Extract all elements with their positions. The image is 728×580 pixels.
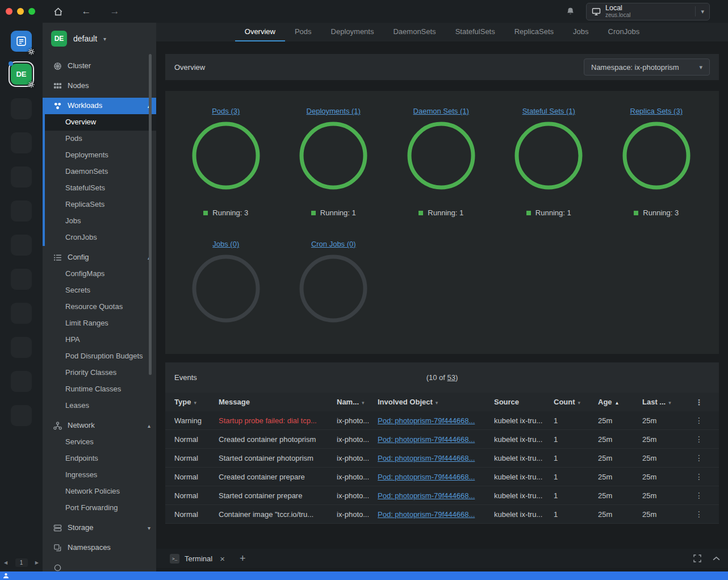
sidebar-scrollbar[interactable] — [149, 54, 152, 375]
minimize-window-button[interactable] — [17, 8, 24, 15]
event-involved-object-link[interactable]: Pod: photoprism-79f444668... — [378, 510, 494, 519]
sidebar-subitem-pods[interactable]: Pods — [45, 131, 156, 147]
user-button[interactable] — [3, 573, 9, 579]
catalog-button[interactable] — [11, 31, 32, 52]
sidebar-subitem-overview[interactable]: Overview — [45, 114, 156, 131]
sidebar-item-network[interactable]: Network▴ — [43, 418, 156, 434]
sidebar-subitem-daemonsets[interactable]: DaemonSets — [45, 164, 156, 180]
event-row[interactable]: Normal Started container photoprism ix-p… — [165, 449, 719, 468]
sidebar-item-storage[interactable]: Storage▾ — [43, 520, 156, 536]
column-header-age[interactable]: Age▲ — [598, 398, 642, 406]
column-header-last[interactable]: Last ...▾ — [642, 398, 696, 406]
table-menu-button[interactable]: ⋮ — [695, 398, 719, 407]
close-terminal-tab-button[interactable]: × — [220, 554, 225, 563]
event-involved-object-link[interactable]: Pod: photoprism-79f444668... — [378, 491, 494, 500]
page-next-button[interactable]: ▶ — [35, 560, 39, 565]
sidebar-subitem-deployments[interactable]: Deployments — [45, 147, 156, 164]
sidebar-subitem-secrets[interactable]: Secrets — [43, 282, 156, 299]
back-button[interactable]: ← — [81, 6, 92, 17]
notifications-button[interactable] — [566, 7, 575, 16]
sidebar-subitem-statefulsets[interactable]: StatefulSets — [45, 180, 156, 197]
sidebar-subitem-priority-classes[interactable]: Priority Classes — [43, 365, 156, 381]
sidebar-item-workloads[interactable]: Workloads▴ — [45, 98, 156, 114]
tab-deployments[interactable]: Deployments — [321, 23, 384, 41]
tab-pods[interactable]: Pods — [285, 23, 321, 41]
new-terminal-button[interactable]: + — [240, 553, 246, 564]
event-row[interactable]: Normal Started container prepare ix-phot… — [165, 486, 719, 505]
chart-title-link[interactable]: Stateful Sets (1) — [522, 107, 575, 115]
cluster-slot-placeholder — [11, 132, 32, 153]
tab-cronjobs[interactable]: CronJobs — [599, 23, 650, 41]
sidebar-item-nodes[interactable]: Nodes — [43, 78, 156, 94]
row-menu-button[interactable]: ⋮ — [695, 435, 719, 444]
context-badge: DE — [51, 31, 67, 47]
event-row[interactable]: Normal Created container prepare ix-phot… — [165, 468, 719, 486]
row-menu-button[interactable]: ⋮ — [695, 416, 719, 425]
sidebar-subitem-leases[interactable]: Leases — [43, 398, 156, 414]
column-header-count[interactable]: Count▾ — [554, 398, 598, 406]
tab-jobs[interactable]: Jobs — [563, 23, 598, 41]
sidebar-subitem-network-policies[interactable]: Network Policies — [43, 483, 156, 500]
chart-title-link[interactable]: Pods (3) — [212, 107, 240, 115]
forward-button[interactable]: → — [109, 6, 120, 17]
sidebar-subitem-hpa[interactable]: HPA — [43, 332, 156, 348]
sidebar-subitem-ingresses[interactable]: Ingresses — [43, 467, 156, 483]
zoom-window-button[interactable] — [28, 8, 35, 15]
page-prev-button[interactable]: ◀ — [4, 560, 7, 565]
event-involved-object-link[interactable]: Pod: photoprism-79f444668... — [378, 435, 494, 444]
tab-statefulsets[interactable]: StatefulSets — [446, 23, 505, 41]
terminal-tab[interactable]: >_ Terminal × — [170, 554, 225, 564]
chart-title-link[interactable]: Deployments (1) — [307, 107, 361, 115]
tab-overview[interactable]: Overview — [235, 23, 285, 41]
column-header-involved-object[interactable]: Involved Object▾ — [378, 398, 494, 406]
sidebar-subitem-endpoints[interactable]: Endpoints — [43, 450, 156, 467]
sidebar-subitem-cronjobs[interactable]: CronJobs — [45, 230, 156, 246]
chart-title-link[interactable]: Replica Sets (3) — [630, 107, 683, 115]
cluster-slot-placeholder — [11, 235, 32, 256]
sidebar-subitem-runtime-classes[interactable]: Runtime Classes — [43, 381, 156, 398]
column-header-nam[interactable]: Nam...▾ — [337, 398, 378, 406]
sidebar-item-more[interactable] — [43, 560, 156, 571]
active-cluster-tile[interactable]: DE — [11, 64, 32, 85]
sidebar-item-namespaces[interactable]: Namespaces — [43, 540, 156, 556]
events-count-link[interactable]: 53 — [447, 373, 455, 382]
gear-icon[interactable] — [28, 48, 35, 55]
namespace-selector[interactable]: Namespace: ix-photoprism ▾ — [584, 59, 710, 76]
sidebar-subitem-port-forwarding[interactable]: Port Forwarding — [43, 500, 156, 516]
sidebar-subitem-limit-ranges[interactable]: Limit Ranges — [43, 315, 156, 332]
sidebar-subitem-services[interactable]: Services — [43, 434, 156, 450]
event-namespace: ix-photo... — [337, 454, 378, 462]
sidebar-header[interactable]: DE default ▾ — [43, 23, 156, 55]
row-menu-button[interactable]: ⋮ — [695, 472, 719, 481]
event-involved-object-link[interactable]: Pod: photoprism-79f444668... — [378, 416, 494, 425]
chart-title-link[interactable]: Cron Jobs (0) — [311, 240, 356, 248]
expand-dock-button[interactable] — [693, 554, 701, 562]
sidebar-subitem-jobs[interactable]: Jobs — [45, 213, 156, 230]
namespaces-icon — [53, 544, 62, 553]
event-age: 25m — [598, 416, 642, 425]
row-menu-button[interactable]: ⋮ — [695, 491, 719, 500]
gear-icon[interactable] — [28, 81, 35, 88]
sidebar-item-cluster[interactable]: Cluster — [43, 58, 156, 74]
sidebar-subitem-pod-disruption-budgets[interactable]: Pod Disruption Budgets — [43, 348, 156, 365]
chart-title-link[interactable]: Jobs (0) — [212, 240, 239, 248]
sidebar-item-config[interactable]: Config▴ — [43, 249, 156, 266]
close-window-button[interactable] — [6, 8, 12, 15]
event-row[interactable]: Warning Startup probe failed: dial tcp..… — [165, 411, 719, 430]
home-button[interactable] — [52, 7, 64, 16]
row-menu-button[interactable]: ⋮ — [695, 510, 719, 519]
column-header-type[interactable]: Type▾ — [174, 398, 219, 406]
tab-replicasets[interactable]: ReplicaSets — [505, 23, 563, 41]
tab-daemonsets[interactable]: DaemonSets — [383, 23, 445, 41]
event-involved-object-link[interactable]: Pod: photoprism-79f444668... — [378, 473, 494, 481]
collapse-dock-button[interactable] — [713, 556, 720, 561]
sidebar-subitem-resource-quotas[interactable]: Resource Quotas — [43, 299, 156, 315]
cluster-selector[interactable]: Local zeus.local ▾ — [586, 3, 710, 20]
sidebar-subitem-configmaps[interactable]: ConfigMaps — [43, 266, 156, 282]
event-row[interactable]: Normal Container image "tccr.io/tru... i… — [165, 505, 719, 524]
sidebar-subitem-replicasets[interactable]: ReplicaSets — [45, 197, 156, 213]
chart-title-link[interactable]: Daemon Sets (1) — [413, 107, 469, 115]
event-row[interactable]: Normal Created container photoprism ix-p… — [165, 430, 719, 449]
event-involved-object-link[interactable]: Pod: photoprism-79f444668... — [378, 454, 494, 462]
row-menu-button[interactable]: ⋮ — [695, 453, 719, 462]
